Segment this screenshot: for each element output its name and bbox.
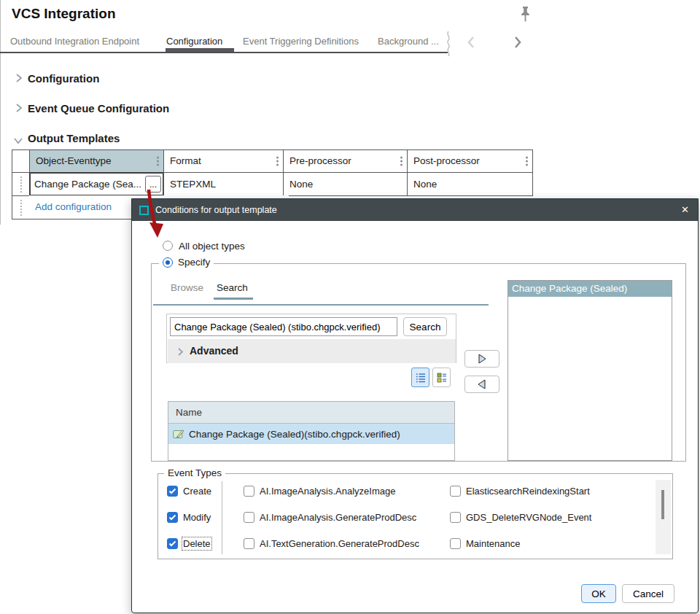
arrow-left-icon: [478, 379, 486, 389]
checkbox-ai-imageanalysis-analyzeimage[interactable]: AI.ImageAnalysis.AnalyzeImage: [244, 486, 395, 497]
result-row-selected[interactable]: Change Package (Sealed)(stibo.chgpck.ver…: [168, 424, 454, 444]
selected-objects-list: Change Package (Sealed): [508, 280, 672, 461]
move-right-button[interactable]: [464, 350, 499, 368]
pin-icon[interactable]: [519, 6, 532, 27]
column-menu-icon[interactable]: [276, 157, 279, 166]
annotation-arrow: [143, 187, 169, 242]
arrow-right-icon: [478, 354, 486, 364]
table-header-object-eventtype[interactable]: Object-Eventtype: [29, 149, 164, 173]
checkbox-icon[interactable]: [167, 538, 178, 549]
move-left-button[interactable]: [464, 376, 499, 393]
section-event-queue-configuration[interactable]: Event Queue Configuration: [28, 102, 169, 114]
results-name-header[interactable]: Name: [168, 402, 454, 424]
checkbox-icon[interactable]: [167, 486, 178, 497]
detail-view-icon: [437, 372, 447, 384]
dialog-titlebar[interactable]: Conditions for output template ✕: [132, 199, 698, 221]
scrollbar-thumb[interactable]: [661, 490, 664, 519]
checkbox-icon[interactable]: [167, 512, 178, 523]
search-tab-underline: [214, 298, 253, 300]
event-types-legend: Event Types: [164, 467, 225, 478]
add-row-drag-handle[interactable]: [12, 195, 30, 219]
specify-radio[interactable]: [163, 257, 173, 268]
checkbox-elasticsearchreindexingstart[interactable]: ElasticsearchReindexingStart: [450, 486, 590, 497]
column-menu-icon[interactable]: [400, 157, 402, 166]
tabs-scroll-left-icon[interactable]: [466, 35, 476, 53]
tab-browse[interactable]: Browse: [171, 282, 203, 293]
search-panel: Search Advanced: [166, 314, 456, 363]
add-configuration-link[interactable]: Add configuration: [35, 201, 112, 212]
table-header-format[interactable]: Format: [163, 149, 284, 173]
checkbox-maintenance[interactable]: Maintenance: [450, 538, 520, 549]
table-header-post-processor[interactable]: Post-processor: [407, 149, 533, 173]
detail-view-button[interactable]: [432, 368, 451, 387]
checkbox-ai-imageanalysis-generateproddesc[interactable]: AI.ImageAnalysis.GenerateProdDesc: [244, 512, 416, 523]
tab-background[interactable]: Background ...: [378, 36, 439, 47]
checkbox-icon[interactable]: [244, 512, 254, 523]
section-output-templates-chevron-icon[interactable]: [13, 134, 23, 147]
tab-strip-border: [0, 52, 448, 53]
all-object-types-radio[interactable]: [163, 241, 173, 251]
dialog-title: Conditions for output template: [155, 205, 277, 215]
checkbox-icon[interactable]: [450, 512, 461, 523]
all-object-types-label: All object types: [179, 241, 245, 252]
tab-event-triggering-definitions[interactable]: Event Triggering Definitions: [243, 36, 359, 47]
change-package-icon: [173, 429, 184, 439]
tabs-divider-line: [153, 304, 489, 306]
checkbox-icon[interactable]: [244, 538, 254, 549]
list-view-button[interactable]: [411, 368, 429, 387]
cancel-button[interactable]: Cancel: [622, 584, 674, 603]
checkbox-icon[interactable]: [244, 486, 254, 497]
specify-label: Specify: [178, 257, 210, 268]
section-event-queue-chevron-icon[interactable]: [15, 103, 23, 116]
checkbox-gds-deletervgnode-event[interactable]: GDS_DeleteRVGNode_Event: [450, 512, 591, 523]
selected-object-item[interactable]: Change Package (Sealed): [508, 281, 672, 297]
checkbox-ai-textgeneration-generateproddesc[interactable]: AI.TextGeneration.GenerateProdDesc: [244, 538, 419, 549]
tab-search[interactable]: Search: [217, 282, 248, 293]
checkbox-create[interactable]: Create: [167, 486, 211, 497]
row-drag-handle[interactable]: [12, 172, 30, 196]
tabs-scroll-right-icon[interactable]: [513, 35, 523, 53]
checkbox-icon[interactable]: [450, 538, 461, 549]
event-types-groupbox: Event Types Create Modify Delete AI.Imag…: [158, 473, 673, 559]
tab-outbound-integration-endpoint[interactable]: Outbound Integration Endpoint: [10, 36, 139, 47]
conditions-dialog: Conditions for output template ✕ All obj…: [131, 198, 699, 613]
column-menu-icon[interactable]: [157, 157, 159, 166]
panel-left-border: [0, 0, 1, 225]
ok-button[interactable]: OK: [581, 584, 616, 603]
table-header-pre-processor[interactable]: Pre-processor: [283, 149, 408, 173]
event-types-divider: [222, 481, 222, 554]
search-input[interactable]: [170, 317, 397, 336]
table-header-handle-cell: [12, 149, 30, 173]
cell-format[interactable]: STEPXML: [163, 172, 284, 196]
search-button[interactable]: Search: [403, 317, 447, 336]
section-output-templates[interactable]: Output Templates: [28, 132, 120, 144]
drag-dots-icon: [12, 196, 29, 219]
section-configuration-chevron-icon[interactable]: [15, 73, 23, 86]
list-view-icon: [416, 372, 426, 384]
close-icon[interactable]: ✕: [681, 199, 689, 221]
section-configuration[interactable]: Configuration: [28, 72, 99, 85]
search-results-list: Name Change Package (Sealed)(stibo.chgpc…: [168, 401, 455, 461]
page-title: VCS Integration: [12, 6, 116, 22]
column-menu-icon[interactable]: [526, 157, 528, 166]
checkbox-delete[interactable]: Delete: [167, 538, 211, 549]
event-types-scrollbar[interactable]: [656, 480, 671, 554]
tab-strip-tear: [444, 31, 453, 59]
tab-configuration[interactable]: Configuration: [166, 36, 222, 47]
advanced-label: Advanced: [190, 345, 238, 357]
drag-dots-icon: [12, 173, 29, 195]
app-window: VCS Integration Outbound Integration End…: [0, 0, 700, 614]
checkbox-modify[interactable]: Modify: [167, 512, 211, 523]
cell-post-processor[interactable]: None: [407, 172, 533, 196]
checkbox-icon[interactable]: [450, 486, 461, 497]
advanced-strip[interactable]: Advanced: [168, 339, 456, 363]
specify-legend: Specify: [159, 257, 214, 268]
specify-groupbox: Specify Browse Search Search Advanced: [151, 263, 686, 462]
advanced-chevron-icon: [177, 346, 184, 360]
cell-pre-processor[interactable]: None: [283, 172, 408, 196]
